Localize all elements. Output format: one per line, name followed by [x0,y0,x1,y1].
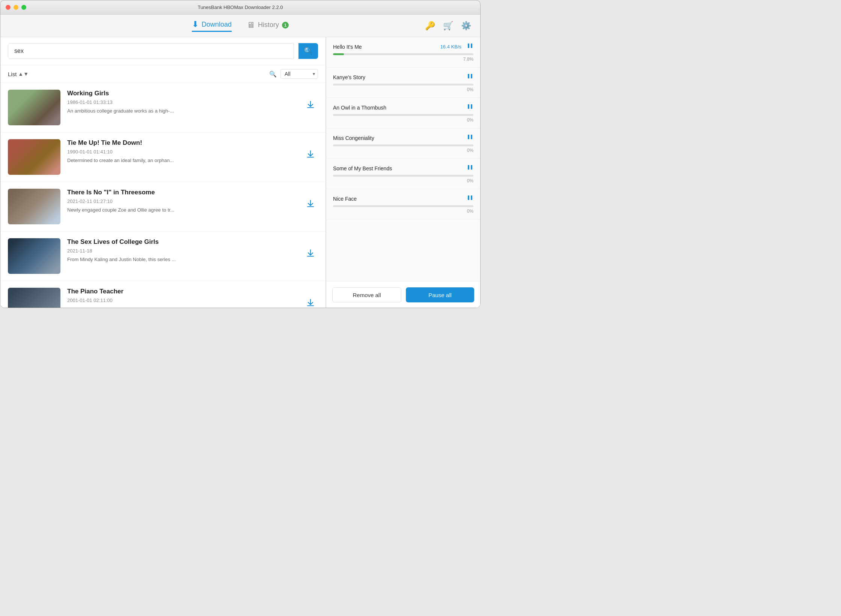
svg-rect-3 [471,44,472,48]
history-tab-label: History [258,21,279,29]
movie-thumbnail [8,90,60,125]
movie-title: Tie Me Up! Tie Me Down! [67,139,296,147]
movie-info: The Sex Lives of College Girls 2021-11-1… [67,238,296,262]
download-speed: 16.4 KB/s [440,44,461,50]
download-item-header: Miss Congeniality [333,134,473,142]
download-item: Nice Face 0% [326,189,480,219]
cart-icon: 🛒 [443,21,453,31]
svg-rect-6 [468,104,469,109]
left-panel: 🔍 List ▲▼ 🔍 All Movie [0,37,326,308]
pause-button[interactable] [467,42,473,51]
movie-item: Working Girls 1986-01-01 01:33:13 An amb… [0,83,326,132]
history-tab-icon: 🖥 [247,20,255,30]
key-icon-button[interactable]: 🔑 [423,19,437,33]
movie-item: The Sex Lives of College Girls 2021-11-1… [0,231,326,281]
progress-bar-bg [333,84,473,86]
download-tab-icon: ⬇ [192,20,199,29]
search-bar: 🔍 [0,37,326,65]
refresh-icon-button[interactable] [307,45,318,58]
tab-download[interactable]: ⬇ Download [192,20,232,32]
pause-button[interactable] [467,73,473,81]
progress-bar-bg [333,53,473,55]
download-item: Kanye's Story 0% [326,68,480,98]
download-title: Some of My Best Friends [333,165,392,171]
filter-wrapper: All Movies TV Shows [280,69,318,79]
tab-history[interactable]: 🖥 History 1 [247,20,289,32]
movie-desc: An ambitious college graduate works as a… [67,108,296,114]
app-title: TunesBank HBOMax Downloader 2.2.0 [197,5,283,10]
movie-info: The Piano Teacher 2001-01-01 02:11:00 [67,288,296,306]
svg-rect-13 [471,195,472,200]
movie-desc: From Mindy Kaling and Justin Noble, this… [67,257,296,262]
pause-button[interactable] [467,164,473,173]
download-title: Miss Congeniality [333,135,374,141]
list-text: List [8,71,17,77]
movie-info: There Is No "I" in Threesome 2021-02-11 … [67,189,296,213]
movie-meta: 1986-01-01 01:33:13 [67,99,296,105]
movie-meta: 2021-02-11 01:27:10 [67,198,296,204]
download-title: Nice Face [333,196,357,202]
download-list: Hello It's Me 16.4 KB/s 7.8% Kanye's Sto… [326,37,480,281]
pause-button[interactable] [467,134,473,142]
close-button[interactable] [6,5,11,10]
svg-rect-5 [471,74,472,78]
filter-select[interactable]: All Movies TV Shows [280,69,318,79]
pause-button[interactable] [467,103,473,112]
download-title: An Owl in a Thornbush [333,105,386,111]
movie-download-button[interactable] [303,246,318,261]
download-item: An Owl in a Thornbush 0% [326,98,480,128]
toolbar-right: 🔍 All Movies TV Shows [269,69,318,79]
movie-thumbnail [8,139,60,175]
download-item: Hello It's Me 16.4 KB/s 7.8% [326,37,480,68]
progress-bar-bg [333,114,473,116]
list-label: List ▲▼ [8,71,29,77]
movie-download-button[interactable] [303,196,318,211]
movie-info: Working Girls 1986-01-01 01:33:13 An amb… [67,90,296,114]
nav-right-icons: 🔑 🛒 ⚙️ [423,19,473,33]
download-item: Some of My Best Friends 0% [326,159,480,189]
download-percent: 0% [333,178,473,183]
sort-icon[interactable]: ▲▼ [18,71,29,77]
pause-button[interactable] [467,194,473,203]
movie-title: The Sex Lives of College Girls [67,238,296,246]
movie-list: Working Girls 1986-01-01 01:33:13 An amb… [0,83,326,308]
download-item-header: Some of My Best Friends [333,164,473,173]
nav-tabs: ⬇ Download 🖥 History 1 [192,20,289,32]
download-percent: 0% [333,87,473,92]
download-tab-label: Download [202,21,232,29]
svg-rect-11 [471,165,472,170]
maximize-button[interactable] [21,5,26,10]
progress-bar-bg [333,144,473,146]
svg-rect-7 [471,104,472,109]
movie-title: Working Girls [67,90,296,97]
movie-item: Tie Me Up! Tie Me Down! 1990-01-01 01:41… [0,132,326,182]
download-item-header: Kanye's Story [333,73,473,81]
settings-icon-button[interactable]: ⚙️ [459,19,473,33]
svg-rect-8 [468,135,469,139]
movie-meta: 2001-01-01 02:11:00 [67,297,296,303]
list-toolbar: List ▲▼ 🔍 All Movies TV Shows [0,65,326,83]
remove-all-button[interactable]: Remove all [332,287,401,302]
pause-all-button[interactable]: Pause all [406,287,474,302]
minimize-button[interactable] [14,5,18,10]
movie-title: There Is No "I" in Threesome [67,189,296,196]
svg-rect-4 [468,74,469,78]
list-search-icon[interactable]: 🔍 [269,71,277,78]
right-footer: Remove all Pause all [326,281,480,308]
movie-download-button[interactable] [303,97,318,112]
title-bar: TunesBank HBOMax Downloader 2.2.0 [0,0,480,15]
download-item-header: Hello It's Me 16.4 KB/s [333,42,473,51]
movie-download-button[interactable] [303,147,318,162]
movie-info: Tie Me Up! Tie Me Down! 1990-01-01 01:41… [67,139,296,163]
progress-bar-bg [333,205,473,207]
download-item-header: Nice Face [333,194,473,203]
cart-icon-button[interactable]: 🛒 [441,19,455,33]
movie-title: The Piano Teacher [67,288,296,295]
movie-desc: Determined to create an ideal family, an… [67,158,296,163]
download-item: Miss Congeniality 0% [326,128,480,159]
key-icon: 🔑 [425,21,435,31]
search-input[interactable] [8,43,294,59]
movie-download-button[interactable] [303,295,318,308]
movie-desc: Newly engaged couple Zoe and Ollie agree… [67,207,296,213]
svg-rect-12 [468,195,469,200]
